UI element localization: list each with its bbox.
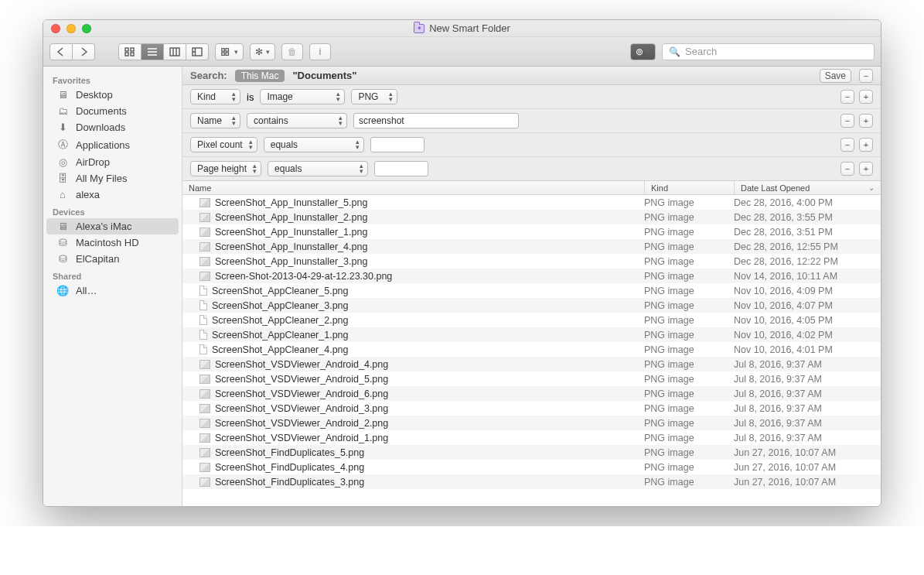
table-row[interactable]: ScreenShot_App_Inunstaller_2.pngPNG imag…: [182, 210, 881, 224]
sidebar-item-applications[interactable]: ⒶApplications: [46, 135, 179, 154]
sidebar-item-elcapitan[interactable]: ⛁ElCapitan: [46, 251, 179, 267]
criteria-select[interactable]: equals▴▾: [264, 137, 364, 152]
table-row[interactable]: ScreenShot_VSDViewer_Android_3.pngPNG im…: [182, 401, 881, 416]
sidebar-item-desktop[interactable]: 🖥Desktop: [46, 87, 179, 103]
table-row[interactable]: ScreenShot_VSDViewer_Android_2.pngPNG im…: [182, 416, 881, 430]
home-icon: ⌂: [56, 189, 70, 200]
file-name-label: ScreenShot_VSDViewer_Android_3.png: [215, 403, 388, 414]
table-row[interactable]: ScreenShot_App_Inunstaller_4.pngPNG imag…: [182, 239, 881, 254]
file-kind-label: PNG image: [644, 300, 734, 311]
sidebar-item-documents[interactable]: 🗂Documents: [46, 103, 179, 119]
table-row[interactable]: ScreenShot_FindDuplicates_3.pngPNG image…: [182, 474, 881, 489]
file-kind-label: PNG image: [644, 227, 734, 238]
table-row[interactable]: ScreenShot_AppCleaner_2.pngPNG imageNov …: [182, 313, 881, 327]
table-row[interactable]: ScreenShot_AppCleaner_5.pngPNG imageNov …: [182, 283, 881, 298]
save-button[interactable]: Save: [820, 69, 851, 83]
criteria-select[interactable]: Name▴▾: [190, 113, 240, 128]
gear-icon: ✻: [255, 46, 263, 57]
add-criteria-button[interactable]: +: [859, 114, 873, 128]
column-date[interactable]: Date Last Opened ⌄: [734, 181, 881, 194]
file-kind-label: PNG image: [644, 197, 734, 208]
table-row[interactable]: ScreenShot_VSDViewer_Android_4.pngPNG im…: [182, 357, 881, 371]
file-date-label: Dec 28, 2016, 3:51 PM: [734, 227, 881, 238]
sidebar-item-macintosh-hd[interactable]: ⛁Macintosh HD: [46, 234, 179, 251]
criteria-select[interactable]: equals▴▾: [268, 161, 368, 176]
scope-this-mac[interactable]: This Mac: [235, 70, 285, 82]
sidebar-item-airdrop[interactable]: ◎AirDrop: [46, 154, 179, 170]
file-icon: [199, 286, 207, 296]
sidebar-item-alexa-s-imac[interactable]: 🖥Alexa's iMac: [46, 218, 179, 234]
search-label: Search:: [190, 70, 227, 81]
criteria-select[interactable]: Kind▴▾: [190, 89, 240, 104]
table-row[interactable]: ScreenShot_App_Inunstaller_1.pngPNG imag…: [182, 224, 881, 239]
criteria-select[interactable]: PNG▴▾: [351, 89, 397, 104]
arrange-button[interactable]: [215, 43, 244, 60]
chevron-down-icon: ⌄: [868, 183, 875, 192]
table-row[interactable]: ScreenShot_AppCleaner_3.pngPNG imageNov …: [182, 298, 881, 313]
table-row[interactable]: ScreenShot_FindDuplicates_5.pngPNG image…: [182, 445, 881, 460]
table-row[interactable]: ScreenShot_VSDViewer_Android_6.pngPNG im…: [182, 386, 881, 401]
back-button[interactable]: [49, 43, 73, 60]
criteria-select[interactable]: Pixel count▴▾: [190, 137, 257, 152]
add-criteria-button[interactable]: +: [859, 90, 873, 104]
remove-criteria-button[interactable]: −: [840, 90, 854, 104]
file-list[interactable]: ScreenShot_App_Inunstaller_5.pngPNG imag…: [182, 195, 881, 506]
criteria-input[interactable]: screenshot: [353, 113, 519, 128]
file-name-label: ScreenShot_VSDViewer_Android_1.png: [215, 433, 388, 443]
view-buttons: [118, 43, 209, 60]
scope-minus-button[interactable]: −: [859, 69, 873, 83]
table-row[interactable]: ScreenShot_App_Inunstaller_3.pngPNG imag…: [182, 254, 881, 269]
scope-documents[interactable]: "Documents": [292, 70, 356, 81]
criteria-select[interactable]: Image▴▾: [260, 89, 345, 104]
sidebar-item-all-[interactable]: 🌐All…: [46, 282, 179, 299]
info-button[interactable]: i: [309, 43, 331, 60]
trash-button[interactable]: 🗑: [281, 43, 303, 60]
file-name-label: ScreenShot_AppCleaner_4.png: [212, 344, 349, 355]
remove-criteria-button[interactable]: −: [840, 138, 854, 152]
criteria-input[interactable]: [370, 137, 424, 152]
remove-criteria-button[interactable]: −: [840, 162, 854, 176]
forward-button[interactable]: [73, 43, 95, 60]
sidebar-item-downloads[interactable]: ⬇Downloads: [46, 119, 179, 135]
sidebar-item-all-my-files[interactable]: 🗄All My Files: [46, 170, 179, 187]
view-icons-button[interactable]: [118, 43, 141, 60]
add-criteria-button[interactable]: +: [859, 162, 873, 176]
file-icon: [199, 433, 210, 443]
table-row[interactable]: ScreenShot_AppCleaner_4.pngPNG imageNov …: [182, 342, 881, 357]
view-columns-button[interactable]: [164, 43, 186, 60]
remove-criteria-button[interactable]: −: [840, 114, 854, 128]
select-arrows-icon: ▴▾: [356, 139, 360, 150]
criteria-select[interactable]: Page height▴▾: [190, 161, 261, 176]
criteria-select[interactable]: contains▴▾: [247, 113, 347, 128]
table-row[interactable]: ScreenShot_VSDViewer_Android_5.pngPNG im…: [182, 371, 881, 386]
column-name[interactable]: Name: [182, 181, 644, 194]
downloads-icon: ⬇: [56, 122, 70, 133]
file-name-label: ScreenShot_VSDViewer_Android_2.png: [215, 418, 388, 429]
add-criteria-button[interactable]: +: [859, 138, 873, 152]
view-list-button[interactable]: [141, 43, 164, 60]
svg-rect-4: [170, 48, 179, 56]
view-gallery-button[interactable]: [186, 43, 209, 60]
sidebar: Favorites🖥Desktop🗂Documents⬇DownloadsⒶAp…: [43, 67, 182, 506]
table-row[interactable]: ScreenShot_FindDuplicates_4.pngPNG image…: [182, 460, 881, 474]
sidebar-item-alexa[interactable]: ⌂alexa: [46, 187, 179, 203]
search-input[interactable]: 🔍 Search: [662, 43, 875, 60]
dropbox-button[interactable]: ⊚: [630, 43, 656, 60]
file-date-label: Jul 8, 2016, 9:37 AM: [734, 388, 881, 399]
action-button[interactable]: ✻: [250, 43, 275, 60]
network-icon: 🌐: [56, 285, 70, 296]
info-icon: i: [319, 46, 321, 57]
column-kind[interactable]: Kind: [644, 181, 734, 194]
criteria-input[interactable]: [374, 161, 428, 176]
table-row[interactable]: Screen-Shot-2013-04-29-at-12.23.30.pngPN…: [182, 269, 881, 283]
file-icon: [199, 463, 210, 472]
select-arrows-icon: ▴▾: [339, 115, 343, 126]
select-arrows-icon: ▴▾: [336, 91, 340, 102]
sidebar-item-label: Downloads: [76, 122, 125, 133]
table-row[interactable]: ScreenShot_VSDViewer_Android_1.pngPNG im…: [182, 430, 881, 445]
table-row[interactable]: ScreenShot_AppCleaner_1.pngPNG imageNov …: [182, 327, 881, 342]
table-row[interactable]: ScreenShot_App_Inunstaller_5.pngPNG imag…: [182, 195, 881, 210]
file-name-label: ScreenShot_AppCleaner_2.png: [212, 315, 349, 326]
sidebar-item-label: Applications: [76, 139, 130, 151]
svg-rect-0: [125, 48, 128, 51]
